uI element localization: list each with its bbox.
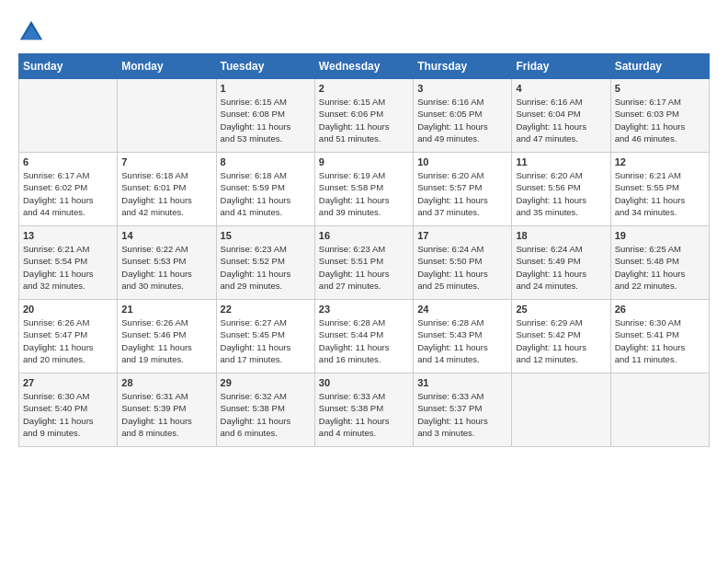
calendar-cell: 23Sunrise: 6:28 AM Sunset: 5:44 PM Dayli…	[314, 300, 413, 373]
day-number: 31	[417, 377, 507, 388]
day-info: Sunrise: 6:24 AM Sunset: 5:50 PM Dayligh…	[417, 243, 507, 292]
day-info: Sunrise: 6:28 AM Sunset: 5:43 PM Dayligh…	[417, 316, 507, 365]
day-number: 14	[121, 230, 211, 241]
calendar-cell: 28Sunrise: 6:31 AM Sunset: 5:39 PM Dayli…	[118, 373, 216, 447]
day-number: 17	[417, 230, 507, 241]
header-cell-friday: Friday	[512, 54, 610, 79]
day-info: Sunrise: 6:33 AM Sunset: 5:37 PM Dayligh…	[417, 390, 507, 439]
header-cell-tuesday: Tuesday	[216, 54, 314, 79]
calendar-week-2: 13Sunrise: 6:21 AM Sunset: 5:54 PM Dayli…	[19, 226, 710, 300]
day-number: 8	[221, 156, 311, 167]
day-info: Sunrise: 6:20 AM Sunset: 5:57 PM Dayligh…	[417, 169, 507, 218]
calendar-cell: 21Sunrise: 6:26 AM Sunset: 5:46 PM Dayli…	[118, 300, 216, 373]
day-number: 3	[417, 83, 507, 94]
calendar-cell: 11Sunrise: 6:20 AM Sunset: 5:56 PM Dayli…	[512, 153, 610, 226]
calendar-cell: 5Sunrise: 6:17 AM Sunset: 6:03 PM Daylig…	[610, 79, 709, 153]
calendar-cell: 24Sunrise: 6:28 AM Sunset: 5:43 PM Dayli…	[414, 300, 512, 373]
calendar-body: 1Sunrise: 6:15 AM Sunset: 6:08 PM Daylig…	[19, 79, 710, 447]
day-info: Sunrise: 6:29 AM Sunset: 5:42 PM Dayligh…	[516, 316, 606, 365]
day-number: 15	[221, 230, 311, 241]
day-info: Sunrise: 6:15 AM Sunset: 6:06 PM Dayligh…	[319, 96, 409, 144]
calendar-cell: 10Sunrise: 6:20 AM Sunset: 5:57 PM Dayli…	[414, 153, 512, 226]
calendar-header: SundayMondayTuesdayWednesdayThursdayFrid…	[19, 54, 710, 79]
logo-icon	[18, 18, 44, 44]
calendar-cell: 19Sunrise: 6:25 AM Sunset: 5:48 PM Dayli…	[610, 226, 709, 300]
calendar-cell: 9Sunrise: 6:19 AM Sunset: 5:58 PM Daylig…	[314, 153, 413, 226]
day-number: 4	[516, 83, 606, 94]
day-info: Sunrise: 6:17 AM Sunset: 6:02 PM Dayligh…	[23, 169, 113, 218]
day-info: Sunrise: 6:30 AM Sunset: 5:41 PM Dayligh…	[615, 316, 705, 365]
header-cell-monday: Monday	[118, 54, 216, 79]
day-info: Sunrise: 6:23 AM Sunset: 5:51 PM Dayligh…	[319, 243, 409, 292]
day-info: Sunrise: 6:16 AM Sunset: 6:04 PM Dayligh…	[516, 96, 606, 144]
day-number: 26	[615, 304, 705, 315]
day-info: Sunrise: 6:28 AM Sunset: 5:44 PM Dayligh…	[319, 316, 409, 365]
header-cell-wednesday: Wednesday	[314, 54, 413, 79]
calendar-cell	[19, 79, 118, 153]
day-info: Sunrise: 6:16 AM Sunset: 6:05 PM Dayligh…	[417, 96, 507, 144]
day-info: Sunrise: 6:21 AM Sunset: 5:55 PM Dayligh…	[615, 169, 705, 218]
calendar-cell	[512, 373, 610, 447]
day-number: 28	[121, 377, 211, 388]
day-number: 9	[319, 156, 409, 167]
day-info: Sunrise: 6:20 AM Sunset: 5:56 PM Dayligh…	[516, 169, 606, 218]
calendar-cell	[118, 79, 216, 153]
day-number: 13	[23, 230, 113, 241]
calendar-cell: 27Sunrise: 6:30 AM Sunset: 5:40 PM Dayli…	[19, 373, 118, 447]
day-number: 21	[121, 304, 211, 315]
day-info: Sunrise: 6:30 AM Sunset: 5:40 PM Dayligh…	[23, 390, 113, 439]
day-number: 1	[221, 83, 311, 94]
day-info: Sunrise: 6:17 AM Sunset: 6:03 PM Dayligh…	[615, 96, 705, 144]
day-number: 16	[319, 230, 409, 241]
day-info: Sunrise: 6:31 AM Sunset: 5:39 PM Dayligh…	[121, 390, 211, 439]
calendar-cell: 22Sunrise: 6:27 AM Sunset: 5:45 PM Dayli…	[216, 300, 314, 373]
calendar-cell: 12Sunrise: 6:21 AM Sunset: 5:55 PM Dayli…	[610, 153, 709, 226]
calendar-cell: 17Sunrise: 6:24 AM Sunset: 5:50 PM Dayli…	[414, 226, 512, 300]
day-number: 19	[615, 230, 705, 241]
calendar-cell: 6Sunrise: 6:17 AM Sunset: 6:02 PM Daylig…	[19, 153, 118, 226]
day-number: 20	[23, 304, 113, 315]
day-number: 5	[615, 83, 705, 94]
calendar-cell: 30Sunrise: 6:33 AM Sunset: 5:38 PM Dayli…	[314, 373, 413, 447]
day-info: Sunrise: 6:23 AM Sunset: 5:52 PM Dayligh…	[221, 243, 311, 292]
day-info: Sunrise: 6:24 AM Sunset: 5:49 PM Dayligh…	[516, 243, 606, 292]
day-number: 25	[516, 304, 606, 315]
day-info: Sunrise: 6:18 AM Sunset: 6:01 PM Dayligh…	[121, 169, 211, 218]
day-info: Sunrise: 6:26 AM Sunset: 5:46 PM Dayligh…	[121, 316, 211, 365]
day-number: 2	[319, 83, 409, 94]
day-info: Sunrise: 6:25 AM Sunset: 5:48 PM Dayligh…	[615, 243, 705, 292]
calendar-cell: 29Sunrise: 6:32 AM Sunset: 5:38 PM Dayli…	[216, 373, 314, 447]
day-info: Sunrise: 6:18 AM Sunset: 5:59 PM Dayligh…	[221, 169, 311, 218]
day-info: Sunrise: 6:15 AM Sunset: 6:08 PM Dayligh…	[221, 96, 311, 144]
calendar-cell: 2Sunrise: 6:15 AM Sunset: 6:06 PM Daylig…	[314, 79, 413, 153]
day-number: 11	[516, 156, 606, 167]
calendar-week-0: 1Sunrise: 6:15 AM Sunset: 6:08 PM Daylig…	[19, 79, 710, 153]
calendar-cell: 13Sunrise: 6:21 AM Sunset: 5:54 PM Dayli…	[19, 226, 118, 300]
header-cell-thursday: Thursday	[414, 54, 512, 79]
day-number: 18	[516, 230, 606, 241]
calendar-cell: 31Sunrise: 6:33 AM Sunset: 5:37 PM Dayli…	[414, 373, 512, 447]
calendar-cell: 18Sunrise: 6:24 AM Sunset: 5:49 PM Dayli…	[512, 226, 610, 300]
calendar-cell: 20Sunrise: 6:26 AM Sunset: 5:47 PM Dayli…	[19, 300, 118, 373]
calendar-cell: 25Sunrise: 6:29 AM Sunset: 5:42 PM Dayli…	[512, 300, 610, 373]
header-row: SundayMondayTuesdayWednesdayThursdayFrid…	[19, 54, 710, 79]
header-cell-saturday: Saturday	[610, 54, 709, 79]
calendar-cell	[610, 373, 709, 447]
calendar-cell: 1Sunrise: 6:15 AM Sunset: 6:08 PM Daylig…	[216, 79, 314, 153]
day-info: Sunrise: 6:33 AM Sunset: 5:38 PM Dayligh…	[319, 390, 409, 439]
calendar-cell: 8Sunrise: 6:18 AM Sunset: 5:59 PM Daylig…	[216, 153, 314, 226]
logo	[18, 18, 46, 44]
day-number: 27	[23, 377, 113, 388]
day-info: Sunrise: 6:22 AM Sunset: 5:53 PM Dayligh…	[121, 243, 211, 292]
calendar-week-3: 20Sunrise: 6:26 AM Sunset: 5:47 PM Dayli…	[19, 300, 710, 373]
calendar-table: SundayMondayTuesdayWednesdayThursdayFrid…	[18, 53, 710, 447]
day-number: 10	[417, 156, 507, 167]
day-info: Sunrise: 6:26 AM Sunset: 5:47 PM Dayligh…	[23, 316, 113, 365]
day-number: 29	[221, 377, 311, 388]
calendar-cell: 26Sunrise: 6:30 AM Sunset: 5:41 PM Dayli…	[610, 300, 709, 373]
calendar-cell: 7Sunrise: 6:18 AM Sunset: 6:01 PM Daylig…	[118, 153, 216, 226]
day-number: 22	[221, 304, 311, 315]
header-cell-sunday: Sunday	[19, 54, 118, 79]
calendar-week-4: 27Sunrise: 6:30 AM Sunset: 5:40 PM Dayli…	[19, 373, 710, 447]
day-number: 30	[319, 377, 409, 388]
